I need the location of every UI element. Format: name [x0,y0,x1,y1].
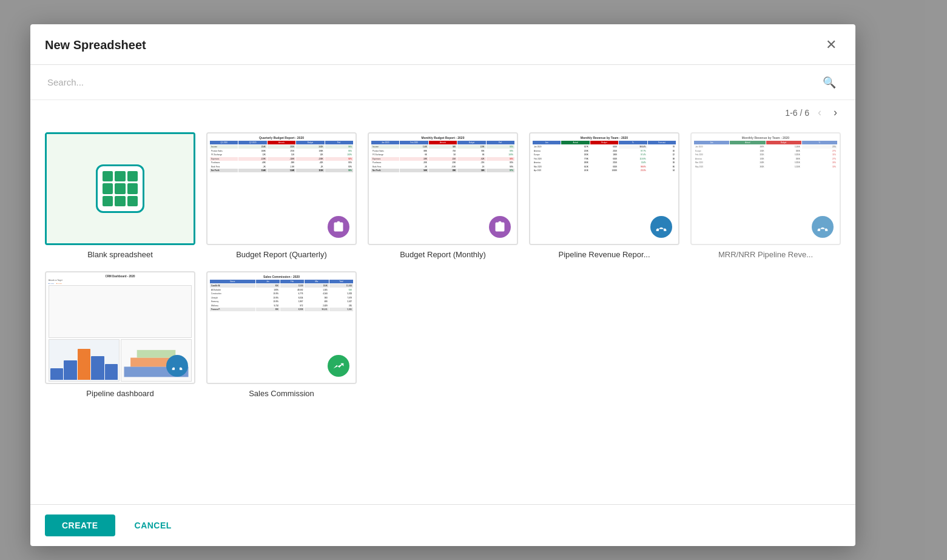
template-pipeline-revenue-label: Pipeline Revenue Repor... [529,250,679,259]
template-sales-commission-label: Sales Commission [206,389,357,398]
template-pipeline-dashboard-label: Pipeline dashboard [45,389,195,398]
grid-cell-5 [115,183,125,194]
badge-budget-monthly [489,216,511,238]
blank-icon-container [47,134,194,243]
badge-sales-commission [328,355,349,377]
template-mrr-nrr[interactable]: Monthly Revenue by Team - 2020 Jan Actua… [690,132,841,259]
prev-page-button[interactable]: ‹ [814,105,825,120]
template-grid: Blank spreadsheet Quarterly Budget Repor… [30,125,855,504]
modal-title: New Spreadsheet [45,38,146,52]
grid-cell-9 [127,196,138,206]
template-blank[interactable]: Blank spreadsheet [45,132,195,259]
grid-cell-3 [127,171,138,181]
ss-row-1: Income 234K 232K 245K 96% [210,145,353,149]
ss-title-quarterly: Quarterly Budget Report - 2020 [210,136,353,140]
template-pipeline-revenue[interactable]: Monthly Revenue by Team - 2020 Jan Actua… [529,132,679,259]
blank-grid-inner [103,171,138,206]
dash-bar-chart-area [49,285,192,338]
sh-pct: Perf. [325,141,353,144]
grid-cell-4 [103,183,113,194]
template-mrr-nrr-label: MRR/NRR Pipeline Reve... [690,250,841,259]
template-budget-quarterly-label: Budget Report (Quarterly) [206,250,357,259]
grid-cell-8 [115,196,125,206]
pagination-label: 1-6 / 6 [785,108,809,118]
grid-cell-2 [115,171,125,181]
ss-header-sales: Name Jan Feb Mar Total [210,280,353,283]
template-pipeline-dashboard[interactable]: CRM Dashboard - 2020 Actuals vs Target ■… [45,271,195,398]
template-budget-monthly-label: Budget Report (Monthly) [368,250,518,259]
ss-row-3: FX Exchange 12K 11K 12K 100% [210,153,353,157]
ss-title-sales: Sales Commission - 2020 [210,275,353,278]
template-pipeline-dashboard-preview: CRM Dashboard - 2020 Actuals vs Target ■… [45,271,195,384]
ss-title-mrr: Monthly Revenue by Team - 2020 [694,136,837,140]
ss-row-2: Product Sales 180K 175K 190K 95% [210,149,353,153]
ss-row-4: Expenses -120K -118K -130K 92% [210,157,353,161]
modal-footer: CREATE CANCEL [30,504,855,546]
dash-bottom-bar [49,339,120,382]
ss-header-quarterly: Q1 2020 Q2 2020 Actuals Budget Perf. [210,141,353,144]
close-button[interactable]: ✕ [821,35,841,55]
template-sales-commission[interactable]: Sales Commission - 2020 Name Jan Feb Mar… [206,271,357,398]
search-input[interactable] [45,75,841,90]
template-mrr-nrr-preview: Monthly Revenue by Team - 2020 Jan Actua… [690,132,841,245]
ss-row-5: Purchases -40K -38K -42K 95% [210,161,353,164]
blank-grid-icon [96,164,144,213]
template-blank-label: Blank spreadsheet [45,250,195,259]
ss-title-monthly: Monthly Budget Report - 2020 [371,136,514,140]
sh-act: Actuals [268,141,295,144]
search-icon: 🔍 [823,76,836,89]
dash-legend: ■ Actual ■ Target [49,283,192,285]
grid-cell-7 [103,196,113,206]
grid-cell-6 [127,183,138,194]
dash-bar-chart [49,285,192,338]
badge-budget-quarterly [328,216,349,238]
grid-cell-1 [103,171,113,181]
sh-bud: Budget [296,141,324,144]
create-button[interactable]: CREATE [45,514,115,536]
dash-title: CRM Dashboard - 2020 [49,275,192,278]
ss-row-6: Bank Fees -2K -1.8K -2K 90% [210,165,353,169]
svg-rect-2 [137,350,176,358]
ss-header-mrr: Jan Actual Budget % [694,141,837,144]
sh-q2: Q2 2020 [238,141,266,144]
badge-pipeline-dashboard [166,355,188,377]
template-sales-commission-preview: Sales Commission - 2020 Name Jan Feb Mar… [206,271,357,384]
search-container: 🔍 [30,65,855,100]
next-page-button[interactable]: › [830,105,841,120]
modal-header: New Spreadsheet ✕ [30,24,855,65]
template-pipeline-revenue-preview: Monthly Revenue by Team - 2020 Jan Actua… [529,132,679,245]
template-budget-monthly[interactable]: Monthly Budget Report - 2020 Jan 2020 Fe… [368,132,518,259]
badge-mrr-nrr [812,216,834,238]
template-blank-preview [45,132,195,245]
cancel-button[interactable]: CANCEL [123,514,184,536]
new-spreadsheet-modal: New Spreadsheet ✕ 🔍 1-6 / 6 ‹ › [30,24,855,546]
template-budget-monthly-preview: Monthly Budget Report - 2020 Jan 2020 Fe… [368,132,518,245]
dash-subtitle: Actuals vs Target [49,279,192,282]
ss-header-pipeline: Jan Actual Budget % Forecast [533,141,676,144]
sh-q1: Q1 2020 [210,141,238,144]
ss-header-monthly: Jan 2020 Feb 2020 Actuals Budget Perf. [371,141,514,144]
close-icon: ✕ [826,37,837,53]
ss-row-net: Net Profit 114K 114K 115K 99% [210,169,353,172]
badge-pipeline-revenue [650,216,672,238]
pagination-bar: 1-6 / 6 ‹ › [30,100,855,125]
ss-title-pipeline: Monthly Revenue by Team - 2020 [533,136,676,140]
template-budget-quarterly-preview: Quarterly Budget Report - 2020 Q1 2020 Q… [206,132,357,245]
template-budget-quarterly[interactable]: Quarterly Budget Report - 2020 Q1 2020 Q… [206,132,357,259]
